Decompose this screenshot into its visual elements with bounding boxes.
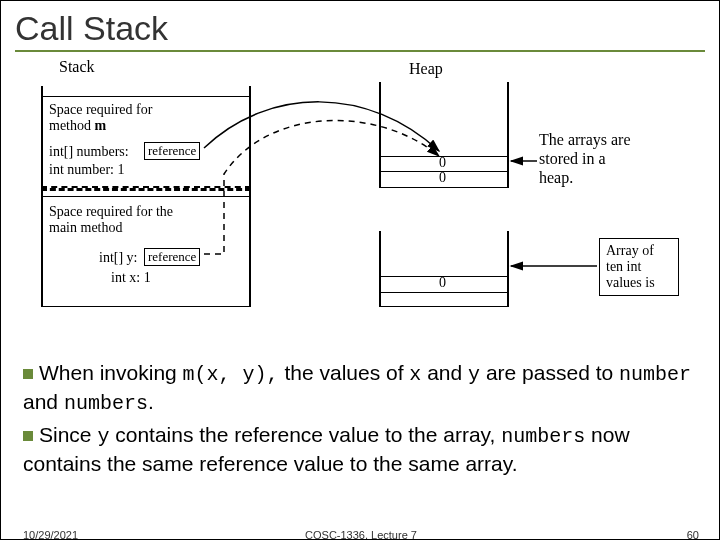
slide-title: Call Stack [1, 1, 719, 50]
bullet-text: When invoking m(x, y), the values of x a… [23, 359, 693, 481]
arrows-svg [9, 56, 709, 346]
bullet-icon [23, 431, 33, 441]
title-underline [15, 50, 705, 52]
bullet-icon [23, 369, 33, 379]
memory-diagram: Stack Space required for method method m… [9, 56, 711, 346]
bullet-1: When invoking m(x, y), the values of x a… [23, 359, 693, 417]
bullet-2: Since y contains the reference value to … [23, 421, 693, 477]
footer-page: 60 [687, 529, 699, 540]
footer-course: COSC-1336, Lecture 7 [1, 529, 720, 540]
